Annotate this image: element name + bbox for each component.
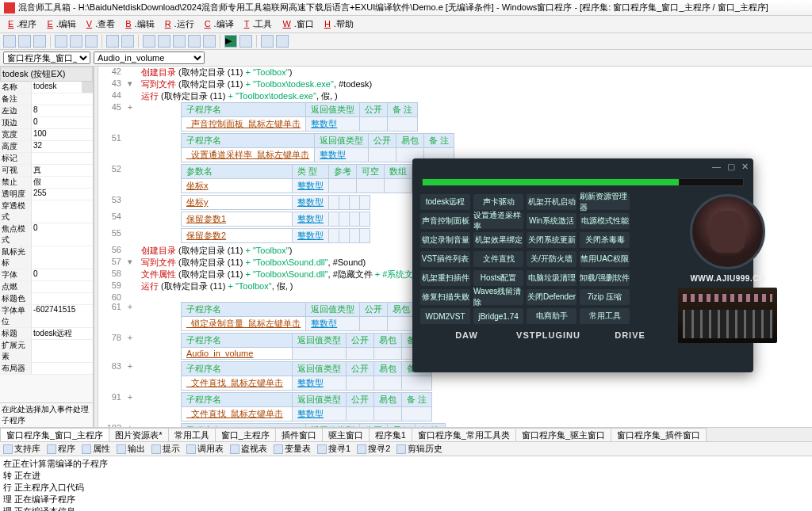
minimize-icon[interactable]: — <box>712 162 721 172</box>
property-value[interactable]: 0 <box>32 117 93 128</box>
property-row[interactable]: 备注 <box>0 93 93 105</box>
panel-switch-item[interactable]: 剪辑历史 <box>396 443 442 455</box>
editor-tab[interactable]: 窗口程序集_驱主窗口 <box>515 428 611 441</box>
property-row[interactable]: 扩展元素 <box>0 340 93 363</box>
property-value[interactable] <box>32 93 93 105</box>
editor-tab[interactable]: 窗口程序集_常用工具类 <box>412 428 516 441</box>
property-row[interactable]: 高度32 <box>0 141 93 153</box>
property-value[interactable]: 假 <box>32 177 93 188</box>
menu-item[interactable]: C.编译 <box>198 17 237 32</box>
panel-switch-item[interactable]: 程序 <box>47 443 75 455</box>
app-button[interactable]: 刷新资源管理器 <box>580 194 630 210</box>
tb-find[interactable] <box>143 35 155 48</box>
property-row[interactable]: 鼠标光标 <box>0 246 93 269</box>
app-button[interactable]: 锁定录制音量 <box>420 232 470 248</box>
editor-tab[interactable]: 图片资源表* <box>109 428 168 441</box>
panel-switch-toolbar[interactable]: 支持库程序属性输出提示调用表盗视表变量表搜寻1搜寻2剪辑历史 <box>0 441 812 456</box>
app-button[interactable]: Waves残留清除 <box>473 289 523 305</box>
property-value[interactable]: todesk <box>32 82 93 93</box>
property-row[interactable]: 左边8 <box>0 105 93 117</box>
property-row[interactable]: 透明度255 <box>0 189 93 200</box>
combo-module[interactable]: 窗口程序集_窗口_主程序 <box>3 51 90 64</box>
property-value[interactable] <box>32 200 93 223</box>
property-value[interactable] <box>32 340 93 362</box>
panel-switch-item[interactable]: 支持库 <box>3 443 40 455</box>
property-value[interactable]: -602741515 <box>32 305 93 327</box>
property-value[interactable] <box>32 363 93 374</box>
app-button[interactable]: 机架效果绑定 <box>473 232 523 248</box>
tb-redo[interactable] <box>121 35 134 48</box>
app-button[interactable]: 关/开防火墙 <box>527 251 576 267</box>
menu-item[interactable]: E.程序 <box>2 17 40 32</box>
app-button[interactable]: VST插件列表 <box>420 251 470 267</box>
editor-tabs[interactable]: 窗口程序集_窗口_主程序图片资源表*常用工具窗口_主程序插件窗口驱主窗口程序集1… <box>0 427 812 441</box>
app-button[interactable]: 禁用UAC权限 <box>580 251 630 267</box>
code-sub-block[interactable]: 45+子程序名返回值类型公开备 注_声音控制面板_鼠标左键单击整数型 <box>98 102 812 133</box>
panel-switch-item[interactable]: 变量表 <box>274 443 311 455</box>
app-big-button[interactable]: DAW <box>433 327 500 343</box>
property-row[interactable]: 宽度100 <box>0 129 93 141</box>
menu-item[interactable]: T.工具 <box>238 17 276 32</box>
tb-run[interactable]: ▶ <box>224 35 237 48</box>
app-button[interactable]: Win系统激活 <box>527 213 576 229</box>
tb-replace[interactable] <box>158 35 170 48</box>
tb-save[interactable] <box>33 35 46 48</box>
property-row[interactable]: 名称todesk <box>0 82 93 93</box>
property-row[interactable]: 标题todesk远程 <box>0 328 93 340</box>
tb-5[interactable] <box>188 35 201 48</box>
app-big-button[interactable]: VSTPLUGINU <box>515 327 582 343</box>
editor-tab[interactable]: 常用工具 <box>168 428 216 441</box>
panel-switch-item[interactable]: 盗视表 <box>230 443 267 455</box>
property-row[interactable]: 顶边0 <box>0 117 93 129</box>
app-button[interactable]: Hosts配置 <box>473 270 523 286</box>
tb-goto[interactable] <box>173 35 186 48</box>
property-value[interactable]: 0 <box>32 269 93 280</box>
output-panel[interactable]: 在正在计算需编译的子程序转 正在进行 正主程序入口代码理 正在编译子程序理 正在… <box>0 456 812 511</box>
app-button[interactable]: 关闭Defender <box>527 289 576 305</box>
property-value[interactable] <box>32 281 93 292</box>
editor-tab[interactable]: 窗口程序集_窗口_主程序 <box>0 428 109 441</box>
property-row[interactable]: 字体单位-602741515 <box>0 305 93 328</box>
property-table[interactable]: 名称todesk备注左边8顶边0宽度100高度32标记可视真禁止假透明度255穿… <box>0 82 93 402</box>
app-button[interactable]: 设置通道采样率 <box>473 213 523 229</box>
property-value[interactable]: 0 <box>32 223 93 246</box>
editor-tab[interactable]: 程序集1 <box>369 428 412 441</box>
property-row[interactable]: 布局器 <box>0 363 93 375</box>
panel-switch-item[interactable]: 搜寻2 <box>357 443 390 455</box>
editor-tab[interactable]: 窗口程序集_插件窗口 <box>611 428 707 441</box>
property-value[interactable] <box>32 246 93 269</box>
app-button[interactable]: 声音控制面板 <box>420 213 470 229</box>
property-row[interactable]: 标记 <box>0 153 93 165</box>
app-button[interactable]: 电源模式性能 <box>580 213 630 229</box>
panel-switch-item[interactable]: 属性 <box>82 443 110 455</box>
tb-copy[interactable] <box>70 35 82 48</box>
app-button[interactable]: 电商助手 <box>527 308 576 324</box>
symbol-combos[interactable]: 窗口程序集_窗口_主程序 Audio_in_volume <box>0 50 812 67</box>
app-button[interactable]: 机架重扫插件 <box>420 270 470 286</box>
app-big-buttons[interactable]: DAWVSTPLUGINUDRIVE <box>420 324 672 349</box>
tb-paste[interactable] <box>85 35 98 48</box>
app-button[interactable]: 卸载/强删软件 <box>580 270 630 286</box>
property-value[interactable]: 100 <box>32 129 93 140</box>
app-button[interactable]: 7izip 压缩 <box>580 289 630 305</box>
app-button-grid[interactable]: todesk远程声卡驱动机架开机启动刷新资源管理器声音控制面板设置通道采样率Wi… <box>420 194 672 324</box>
code-line[interactable]: 42创建目录 (取特定目录 (11) + "Toolbox") <box>98 67 812 78</box>
app-titlebar[interactable]: — ▢ ✕ <box>412 158 753 175</box>
property-row[interactable]: 字体0 <box>0 269 93 281</box>
tb-undo[interactable] <box>106 35 119 48</box>
menu-item[interactable]: H.帮助 <box>318 17 357 32</box>
preview-app-window[interactable]: — ▢ ✕ todesk远程声卡驱动机架开机启动刷新资源管理器声音控制面板设置通… <box>412 158 753 372</box>
maximize-icon[interactable]: ▢ <box>727 162 735 172</box>
app-button[interactable]: 关闭杀毒毒 <box>580 232 630 248</box>
panel-switch-item[interactable]: 搜寻1 <box>317 443 350 455</box>
panel-switch-item[interactable]: 输出 <box>117 443 145 455</box>
app-button[interactable]: 文件直找 <box>473 251 523 267</box>
editor-tab[interactable]: 插件窗口 <box>275 428 323 441</box>
code-line[interactable]: 43▾写到文件 (取特定目录 (11) + "Toolbox\todesk.ex… <box>98 78 812 90</box>
menu-item[interactable]: R.运行 <box>159 17 197 32</box>
property-row[interactable]: 焦点模式0 <box>0 223 93 246</box>
combo-symbol[interactable]: Audio_in_volume <box>94 51 205 64</box>
menu-item[interactable]: W.窗口 <box>276 17 316 32</box>
property-value[interactable] <box>32 153 93 164</box>
property-value[interactable]: 真 <box>32 165 93 176</box>
